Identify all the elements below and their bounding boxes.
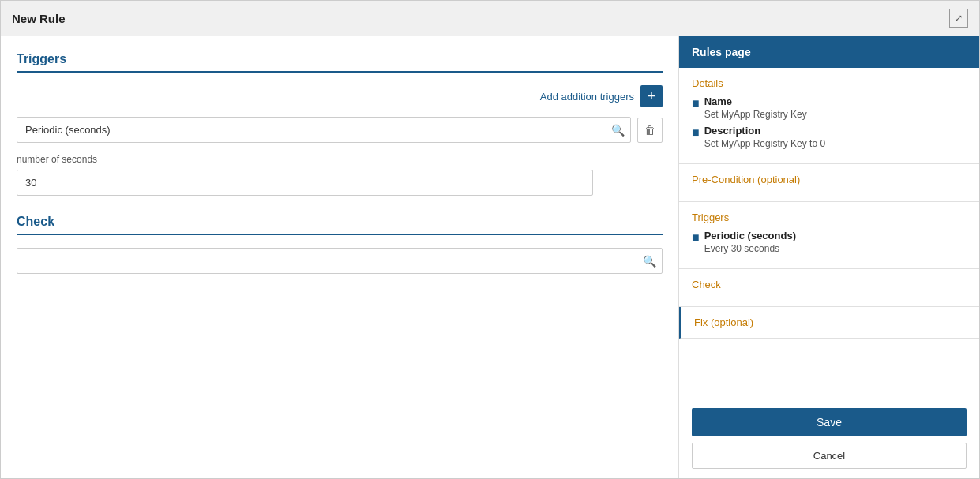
add-triggers-label: Add addition triggers (540, 91, 634, 103)
seconds-label: number of seconds (17, 154, 593, 165)
periodic-value: Every 30 seconds (704, 243, 967, 254)
check-search-button[interactable]: 🔍 (643, 255, 656, 268)
add-trigger-button[interactable]: + (640, 85, 663, 107)
left-panel: Triggers Add addition triggers + 🔍 🗑 (1, 36, 679, 478)
rules-page-header: Rules page (679, 36, 979, 68)
check-input-container: 🔍 (17, 248, 663, 274)
main-content: Triggers Add addition triggers + 🔍 🗑 (1, 36, 979, 478)
expand-button[interactable]: ⤢ (949, 9, 968, 28)
bottom-buttons: Save Cancel (679, 399, 979, 478)
check-input[interactable] (17, 248, 663, 274)
window-title: New Rule (12, 12, 66, 25)
trigger-select[interactable] (17, 117, 631, 143)
delete-trigger-button[interactable]: 🗑 (637, 118, 663, 143)
details-section: Details ■ Name Set MyApp Registry Key ■ … (679, 68, 979, 164)
add-trigger-row: Add addition triggers + (17, 85, 663, 107)
check-input-row: 🔍 (17, 248, 663, 274)
right-panel: Rules page Details ■ Name Set MyApp Regi… (679, 36, 979, 478)
right-triggers-title: Triggers (692, 211, 967, 223)
save-button[interactable]: Save (692, 408, 967, 436)
fix-title: Fix (optional) (694, 316, 967, 328)
trigger-row: 🔍 🗑 (17, 117, 663, 143)
description-bullet: ■ (692, 125, 700, 140)
details-title: Details (692, 77, 967, 89)
name-label: Name (704, 95, 967, 107)
precondition-section: Pre-Condition (optional) (679, 164, 979, 202)
triggers-section: Triggers Add addition triggers + 🔍 🗑 (17, 52, 663, 196)
fix-section: Fix (optional) (679, 307, 979, 339)
cancel-button[interactable]: Cancel (692, 443, 967, 469)
check-search-icon: 🔍 (643, 255, 656, 268)
precondition-title: Pre-Condition (optional) (692, 174, 967, 185)
triggers-heading: Triggers (17, 52, 663, 73)
main-window: New Rule ⤢ Triggers Add addition trigger… (0, 0, 980, 479)
seconds-input[interactable] (17, 170, 593, 196)
description-label: Description (704, 125, 967, 137)
seconds-wrapper: number of seconds (17, 154, 593, 196)
rules-content: Details ■ Name Set MyApp Registry Key ■ … (679, 68, 979, 399)
check-section: Check 🔍 (17, 215, 663, 274)
right-check-title: Check (692, 279, 967, 290)
check-heading: Check (17, 215, 663, 235)
title-bar: New Rule ⤢ (1, 1, 979, 36)
expand-icon: ⤢ (955, 13, 963, 24)
trigger-select-container: 🔍 (17, 117, 631, 143)
search-icon: 🔍 (611, 124, 625, 137)
right-check-section: Check (679, 269, 979, 307)
name-item: ■ Name Set MyApp Registry Key (692, 95, 967, 120)
delete-icon: 🗑 (644, 124, 655, 137)
periodic-item: ■ Periodic (seconds) Every 30 seconds (692, 230, 967, 254)
right-triggers-section: Triggers ■ Periodic (seconds) Every 30 s… (679, 202, 979, 269)
trigger-search-button[interactable]: 🔍 (611, 124, 625, 137)
name-value: Set MyApp Registry Key (704, 109, 967, 120)
description-value: Set MyApp Registry Key to 0 (704, 138, 967, 149)
periodic-label: Periodic (seconds) (704, 230, 967, 241)
description-item: ■ Description Set MyApp Registry Key to … (692, 125, 967, 149)
name-bullet: ■ (692, 95, 700, 110)
periodic-bullet: ■ (692, 230, 700, 245)
